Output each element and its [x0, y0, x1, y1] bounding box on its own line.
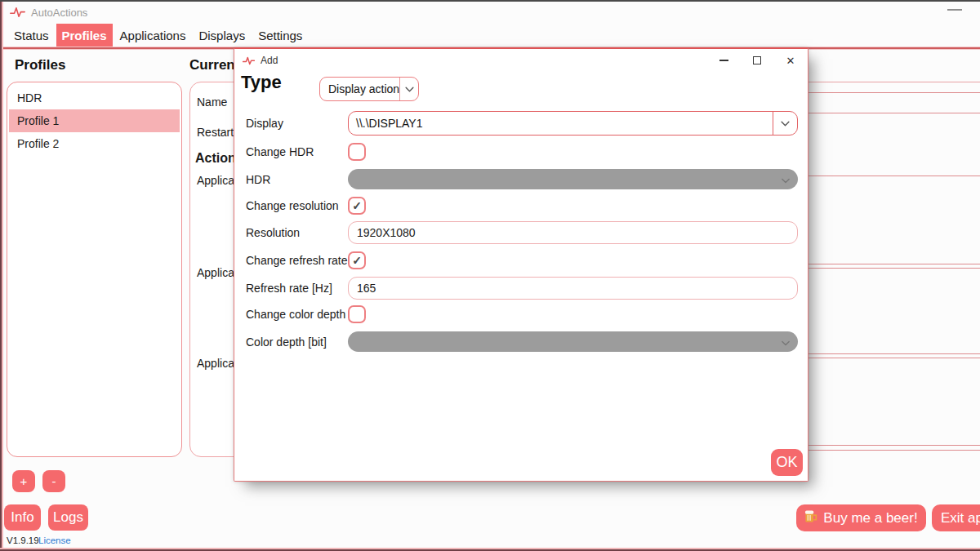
refresh-rate-label: Refresh rate [Hz] — [246, 282, 348, 295]
change-color-depth-checkbox[interactable] — [348, 305, 366, 323]
window-border-bottom — [0, 548, 980, 551]
display-select[interactable]: \\.\DISPLAY1 — [348, 111, 798, 136]
dialog-maximize-icon[interactable] — [751, 55, 763, 66]
hdr-select-disabled — [348, 169, 798, 189]
tab-applications[interactable]: Applications — [114, 24, 192, 47]
field-edge-line — [805, 264, 980, 264]
license-link[interactable]: License — [38, 535, 71, 545]
current-profile-heading: Current — [189, 57, 239, 73]
field-edge-line — [805, 82, 980, 82]
profiles-heading: Profiles — [15, 57, 65, 73]
tab-bar: Status Profiles Applications Displays Se… — [3, 24, 980, 47]
chevron-down-icon — [400, 87, 418, 92]
resolution-input[interactable] — [348, 221, 798, 244]
add-profile-button[interactable]: + — [12, 470, 35, 492]
profile-item-profile2[interactable]: Profile 2 — [9, 132, 180, 155]
change-resolution-label: Change resolution — [246, 199, 348, 212]
color-depth-label: Color depth [bit] — [246, 335, 348, 349]
field-edge-line — [805, 450, 980, 451]
field-edge-line — [805, 176, 980, 176]
app-logo-pulse-icon — [10, 7, 25, 18]
check-icon: ✓ — [352, 200, 362, 211]
field-edge-line — [805, 268, 980, 269]
exit-app-button[interactable]: Exit application — [932, 504, 980, 531]
ok-button[interactable]: OK — [771, 449, 803, 476]
dialog-logo-pulse-icon — [243, 56, 255, 65]
chevron-down-icon — [782, 335, 790, 349]
window-border-left — [0, 2, 3, 551]
chevron-down-icon — [782, 172, 790, 187]
display-value: \\.\DISPLAY1 — [349, 117, 773, 130]
hdr-label: HDR — [246, 173, 348, 186]
action-type-select[interactable]: Display action — [319, 77, 419, 101]
titlebar: AutoActions — [3, 2, 980, 23]
action-type-value: Display action — [320, 82, 399, 96]
change-refresh-rate-label: Change refresh rate — [246, 254, 348, 267]
display-label: Display — [246, 117, 348, 130]
tab-profiles[interactable]: Profiles — [56, 24, 113, 47]
change-color-depth-label: Change color depth — [246, 308, 348, 321]
dialog-window-controls: ✕ — [718, 52, 796, 69]
refresh-rate-input[interactable] — [348, 277, 798, 300]
color-depth-select-disabled — [348, 331, 798, 352]
version-label: V1.9.19 — [7, 535, 39, 545]
change-refresh-rate-checkbox[interactable]: ✓ — [348, 251, 366, 269]
check-icon: ✓ — [352, 255, 362, 266]
field-edge-line — [805, 358, 980, 358]
logs-button[interactable]: Logs — [48, 504, 88, 531]
window-minimize-icon[interactable] — [947, 9, 962, 11]
name-label: Name — [197, 96, 227, 109]
dialog-close-icon[interactable]: ✕ — [785, 55, 796, 66]
change-hdr-label: Change HDR — [246, 145, 348, 158]
profiles-list: HDR Profile 1 Profile 2 — [7, 82, 182, 457]
field-edge-line — [805, 113, 980, 113]
window-title: AutoActions — [31, 7, 87, 19]
buy-me-a-beer-button[interactable]: Buy me a beer! — [796, 504, 926, 531]
field-edge-line — [805, 92, 980, 93]
beer-icon — [804, 509, 817, 527]
profile-item-profile1[interactable]: Profile 1 — [9, 109, 180, 132]
dialog-minimize-icon[interactable] — [718, 55, 729, 66]
field-edge-line — [805, 353, 980, 354]
app-window: AutoActions Status Profiles Applications… — [0, 0, 980, 551]
beer-button-label: Buy me a beer! — [823, 510, 917, 527]
tab-displays[interactable]: Displays — [193, 24, 251, 47]
change-resolution-checkbox[interactable]: ✓ — [348, 197, 366, 215]
remove-profile-button[interactable]: - — [42, 470, 65, 492]
field-edge-line — [805, 445, 980, 446]
info-button[interactable]: Info — [4, 504, 41, 531]
restart-label: Restart — [197, 126, 234, 139]
tab-settings[interactable]: Settings — [252, 24, 308, 47]
resolution-label: Resolution — [246, 226, 348, 239]
dialog-title: Add — [261, 55, 278, 66]
tab-status[interactable]: Status — [8, 24, 55, 47]
profile-item-hdr[interactable]: HDR — [9, 87, 180, 109]
add-dialog: Add ✕ Type Display action Display \\.\DI… — [234, 47, 808, 482]
change-hdr-checkbox[interactable] — [348, 143, 366, 161]
type-label: Type — [241, 72, 282, 93]
chevron-down-icon — [773, 121, 797, 127]
